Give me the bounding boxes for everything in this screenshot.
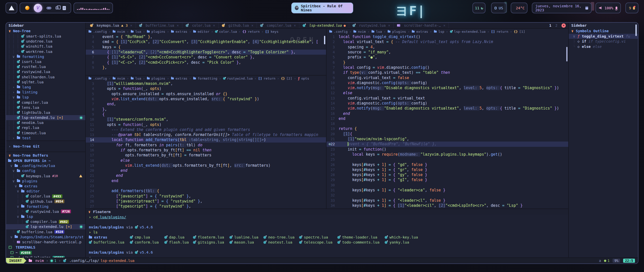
floaterm-header[interactable]: ∨ Floaterm	[86, 209, 568, 215]
buffer-item[interactable]: │ └ github.lua#654	[6, 199, 85, 204]
tree-item[interactable]: │ │ shellharden.lua	[6, 75, 85, 80]
breadcrumb-item[interactable]: lua	[131, 30, 141, 33]
breadcrumb-item[interactable]: editor	[193, 30, 210, 33]
tree-item[interactable]: │ │ repl.lua	[6, 125, 85, 130]
breadcrumb-item[interactable]: plugins	[147, 30, 165, 33]
volume-widget[interactable]: 100%	[595, 3, 621, 13]
close-icon[interactable]: ×	[213, 23, 215, 27]
tree-item[interactable]: │ │ └ worktree.lua	[6, 49, 85, 54]
tree-item[interactable]: │ │ lightbulb.lua	[6, 110, 85, 115]
tree-item[interactable]: │ › lang	[6, 85, 85, 90]
now-playing-widget[interactable]: Spiritbox - Rule Of Nines	[291, 3, 353, 13]
tree-item[interactable]: │ ∨ formatting	[6, 54, 85, 59]
breadcrumb-item[interactable]: plugins	[147, 77, 165, 80]
terminal-item[interactable]: ~/.c/n/l/plugins#3980	[6, 255, 85, 257]
breadcrumb-item[interactable]: []return	[258, 77, 275, 80]
tree-item[interactable]: │ │ rustfmt.lua	[6, 64, 85, 69]
buffer-item[interactable]: ∨ formatting	[6, 204, 85, 209]
breadcrumb-item[interactable]: ƒopts	[298, 77, 309, 80]
tab-compiler-lua[interactable]: compiler.lua×	[257, 23, 299, 28]
breadcrumb-item[interactable]: rustywind.lua	[223, 77, 253, 80]
tab-bufferline-lua[interactable]: bufferline.lua×	[136, 23, 182, 28]
buffer-item[interactable]: ∨ config	[6, 168, 85, 173]
tree-item[interactable]: │ └ timeout.lua	[6, 130, 85, 135]
tree-item[interactable]: │ │ neodim.lua	[6, 120, 85, 125]
breadcrumb-item[interactable]: plugins	[387, 30, 406, 33]
close-icon[interactable]: ×	[130, 23, 132, 27]
breadcrumb-item[interactable]: []keys	[265, 30, 278, 33]
buffer-item[interactable]: │ │ compiler.lua#682	[6, 219, 85, 224]
close-icon[interactable]: ×	[177, 23, 179, 27]
window-scrollbar-handle[interactable]	[635, 24, 637, 36]
updates-widget[interactable]: 11 ↻	[472, 3, 486, 13]
tree-item[interactable]: │ │ compiler.lua	[6, 100, 85, 105]
editor-pane-lsp-extended-lua[interactable]: .config›nvim›lua›plugins›extras›lsp›lsp-…	[327, 29, 568, 209]
buffer-item[interactable]: └ scrollbar-handle-vertical.p	[6, 240, 85, 245]
launcher-button[interactable]	[6, 3, 17, 13]
neovim-button[interactable]: V	[34, 4, 42, 12]
pane-scrollbar-handle[interactable]	[566, 47, 568, 61]
close-all-button[interactable]: ×	[561, 23, 566, 28]
buffer-item[interactable]: ∨ lsp	[6, 214, 85, 219]
section-neotree-git[interactable]: › Neo-Tree Git	[6, 141, 85, 152]
tree-item[interactable]: │ │ │ undotree.lua	[6, 39, 85, 44]
outline-item[interactable]: └ ◇elseelse	[569, 44, 638, 49]
breadcrumb-item[interactable]: lua	[371, 30, 382, 33]
breadcrumb-item[interactable]: {}return	[243, 30, 260, 33]
tree-item[interactable]: │ │ lsp-extended.lu [+]	[6, 115, 85, 120]
pane-scrollbar-handle[interactable]	[324, 36, 325, 44]
close-icon[interactable]: ×	[294, 23, 296, 27]
tree-item[interactable]: │ │ isort.lua	[6, 59, 85, 64]
section-terminals[interactable]: TERMINALS	[6, 245, 85, 250]
tree-item[interactable]: │ │ rustywind.lua	[6, 69, 85, 74]
tree-item[interactable]: │ › test	[6, 135, 85, 141]
breadcrumb-item[interactable]: lua	[131, 77, 141, 80]
breadcrumb-item[interactable]: extras	[171, 77, 187, 80]
breadcrumb-item[interactable]: .config	[88, 30, 107, 33]
tree-item[interactable]: │ │ │ smart-splits.lua	[6, 34, 85, 39]
buffer-item[interactable]: ∨ .config/nvim/lua	[6, 163, 85, 168]
tab-color-lua[interactable]: color.lua×	[182, 23, 219, 28]
firefox-button[interactable]	[25, 6, 29, 10]
tab-keymaps-lua[interactable]: keymaps.lua3×	[87, 23, 136, 28]
terminal-item[interactable]: ~#2859	[6, 250, 85, 255]
buffer-item[interactable]: ∨ Juegos/Indies/SteamLibrary/st	[6, 234, 85, 240]
floaterm-panel[interactable]: ∨ Floaterm › cd lua/plugins/nvim/lua/plu…	[86, 209, 568, 257]
breadcrumb-item[interactable]: nvim	[353, 30, 366, 33]
notifications-widget[interactable]: 9	[625, 3, 638, 13]
breadcrumb-item[interactable]: formatting	[193, 77, 217, 80]
tab-rustywind-lua[interactable]: rustywind.lua×	[349, 23, 394, 28]
breadcrumb-item[interactable]: {}[2]	[281, 77, 292, 80]
section-neotree-buffers[interactable]: ∨ Neo-Tree Buffers	[6, 153, 85, 158]
breadcrumb-item[interactable]: lsp-extended.lua	[450, 30, 486, 33]
outline-item[interactable]: ├ ◇ifif type(config.vi	[569, 39, 638, 44]
buffer-item[interactable]: └ bufferline.lua#328	[6, 229, 85, 234]
breadcrumb-item[interactable]: lsp	[434, 30, 444, 33]
buffer-item[interactable]: OPEN BUFFERS in ~	[6, 158, 85, 163]
date-widget[interactable]: jueves, noviembre 16, 2023	[532, 3, 592, 13]
buffer-item[interactable]: │ │ color.lua#493	[6, 194, 85, 199]
section-symbols-outline[interactable]: ∨ Symbols Outline	[569, 28, 638, 34]
buffer-item[interactable]: │ └ keymaps.lua#10	[6, 174, 85, 179]
tree-item[interactable]: │ └ sqlfmt.lua	[6, 80, 85, 85]
breadcrumb-item[interactable]: .config	[329, 30, 348, 33]
buffer-item[interactable]: ∨ editor	[6, 189, 85, 194]
tab-scrollbar-handle-[interactable]: scrollbar-handle-…×	[394, 23, 449, 28]
breadcrumb-item[interactable]: nvim	[112, 77, 125, 80]
buffer-item[interactable]: ∨ extras	[6, 184, 85, 189]
editor-pane-rustywind-lua[interactable]: .config›nvim›lua›plugins›extras›formatti…	[86, 76, 326, 209]
close-icon[interactable]: ×	[388, 23, 390, 27]
tab-lsp-extended-lua[interactable]: lsp-extended.lua●	[299, 23, 349, 28]
tree-item[interactable]: │ │ │ winshift.lua	[6, 44, 85, 49]
breadcrumb-item[interactable]: {}[1]	[514, 30, 525, 33]
breadcrumb-item[interactable]: []return	[491, 30, 508, 33]
weather-widget[interactable]: 24°C	[511, 3, 528, 13]
editor-pane-color-lua[interactable]: .config›nvim›lua›plugins›extras›editor›c…	[86, 29, 326, 76]
close-icon[interactable]: ×	[251, 23, 253, 27]
breadcrumb-item[interactable]: extras	[171, 30, 187, 33]
keyboard-layout-widget[interactable]: US	[491, 3, 507, 13]
tabpage-1[interactable]: 1	[549, 23, 551, 27]
buffer-item[interactable]: │ └ rustywind.lua#726	[6, 209, 85, 214]
outline-item[interactable]: ∨ ƒtoggle_diag_virtextfu	[569, 34, 638, 39]
tree-item[interactable]: │ ∨ lsp	[6, 95, 85, 100]
